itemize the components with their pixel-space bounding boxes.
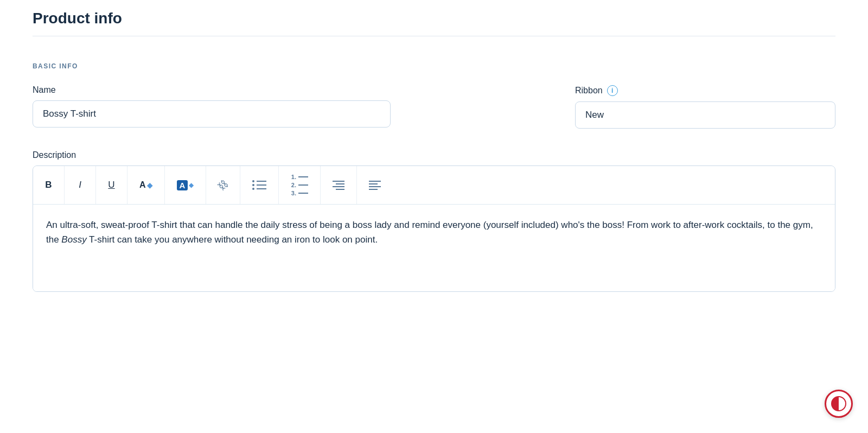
floating-btn-inner (831, 396, 846, 411)
underline-button[interactable]: U (96, 166, 127, 204)
description-section: Description B I U A◆ (33, 150, 835, 292)
indent-left-button[interactable] (357, 166, 393, 204)
floating-action-button[interactable] (825, 390, 853, 418)
highlight-button[interactable]: A◆ (165, 166, 207, 204)
link-button[interactable]: ⛓ (206, 166, 240, 204)
editor-container: B I U A◆ A◆ (33, 165, 835, 292)
page-title: Product info (33, 0, 835, 36)
text-color-icon: A◆ (139, 180, 152, 190)
name-ribbon-row: Name Ribbon i (33, 85, 835, 129)
text-color-button[interactable]: A◆ (127, 166, 165, 204)
indent-right-icon (333, 181, 344, 190)
ordered-list-button[interactable]: 1. 2. 3. (279, 166, 321, 204)
ordered-list-icon: 1. 2. 3. (291, 174, 308, 196)
page-container: Product info BASIC INFO Name Ribbon i De… (0, 0, 868, 324)
bold-button[interactable]: B (33, 166, 65, 204)
name-input[interactable] (33, 100, 391, 128)
ribbon-info-icon[interactable]: i (607, 85, 618, 96)
ribbon-input[interactable] (575, 101, 835, 129)
highlight-icon: A◆ (177, 180, 194, 190)
description-label: Description (33, 150, 835, 160)
indent-right-button[interactable] (321, 166, 357, 204)
description-text-part2: T-shirt can take you anywhere without ne… (87, 234, 378, 245)
name-label: Name (33, 85, 391, 95)
indent-left-icon (369, 181, 381, 190)
name-field: Name (33, 85, 391, 128)
italic-button[interactable]: I (65, 166, 96, 204)
section-label: BASIC INFO (33, 62, 835, 70)
ribbon-field: Ribbon i (575, 85, 835, 129)
editor-content[interactable]: An ultra-soft, sweat-proof T-shirt that … (33, 205, 835, 291)
ribbon-label: Ribbon i (575, 85, 835, 96)
bullet-list-icon (252, 180, 266, 190)
link-icon: ⛓ (216, 177, 231, 193)
bullet-list-button[interactable] (240, 166, 279, 204)
description-text-italic: Bossy (61, 234, 86, 245)
editor-toolbar: B I U A◆ A◆ (33, 166, 835, 205)
